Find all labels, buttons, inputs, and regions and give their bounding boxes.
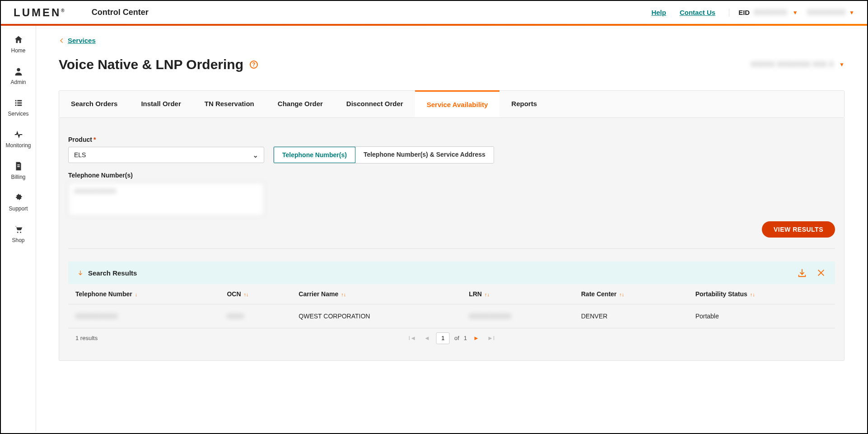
page-prev-button[interactable]: ◄ (422, 335, 432, 341)
results-section: Search Results Telephone Number↓ OCN↑↓ C… (68, 261, 835, 348)
eid-dropdown[interactable]: EID XXXXXXX ▼ (729, 9, 798, 17)
tab-search-orders[interactable]: Search Orders (59, 91, 129, 117)
main-content: Services Voice Native & LNP Ordering ? X… (36, 26, 867, 431)
nav-home[interactable]: Home (1, 32, 36, 56)
download-icon[interactable] (797, 268, 807, 278)
col-telephone-number[interactable]: Telephone Number↓ (68, 284, 219, 304)
tab-bar: Search Orders Install Order TN Reservati… (59, 90, 845, 118)
pulse-icon (14, 130, 23, 140)
product-label: Product* (68, 136, 264, 143)
svg-point-0 (17, 68, 20, 71)
chevron-down-icon: ⌄ (252, 151, 258, 159)
help-link[interactable]: Help (651, 9, 666, 16)
nav-admin[interactable]: Admin (1, 64, 36, 88)
tn-textarea[interactable] (68, 182, 264, 216)
tab-disconnect-order[interactable]: Disconnect Order (335, 91, 415, 117)
page-input[interactable] (436, 332, 450, 344)
breadcrumb: Services (59, 37, 845, 44)
page-title: Voice Native & LNP Ordering ? (59, 57, 258, 72)
nav-shop[interactable]: Shop (1, 222, 36, 246)
results-header: Search Results (68, 261, 835, 284)
sort-icon: ↓ (135, 292, 138, 297)
nav-billing[interactable]: Billing (1, 159, 36, 183)
top-header: LUMEN® Control Center Help Contact Us EI… (1, 1, 867, 26)
tab-install-order[interactable]: Install Order (129, 91, 192, 117)
col-lrn[interactable]: LRN↑↓ (462, 284, 574, 304)
close-icon[interactable] (816, 268, 826, 278)
search-form-panel: Product* ELS ⌄ Telephone Number(s) Telep… (59, 118, 845, 361)
document-icon (14, 161, 23, 171)
svg-point-11 (20, 232, 21, 233)
contact-link[interactable]: Contact Us (680, 9, 715, 16)
results-count: 1 results (75, 335, 98, 341)
nav-monitoring[interactable]: Monitoring (1, 127, 36, 151)
user-icon (14, 66, 23, 76)
svg-rect-6 (17, 105, 22, 106)
segment-tn[interactable]: Telephone Number(s) (273, 146, 356, 163)
gear-icon (14, 193, 23, 203)
results-table: Telephone Number↓ OCN↑↓ Carrier Name↑↓ L… (68, 284, 835, 328)
svg-rect-4 (17, 103, 22, 104)
chevron-down-icon: ▼ (849, 9, 854, 16)
svg-rect-3 (15, 103, 16, 104)
search-mode-toggle: Telephone Number(s) Telephone Number(s) … (273, 146, 494, 163)
col-ocn[interactable]: OCN↑↓ (219, 284, 291, 304)
chevron-left-icon (59, 37, 65, 44)
sidebar: Home Admin Services Monitoring Billing S… (1, 26, 36, 431)
nav-services[interactable]: Services (1, 95, 36, 120)
pagination: 1 results I◄ ◄ of 1 ► ►I (68, 328, 835, 348)
home-icon (14, 35, 23, 45)
chevron-down-icon: ▼ (839, 61, 845, 68)
account-selector[interactable]: XXXXX XXXXXXX XXX X ▼ (751, 61, 845, 69)
sort-icon: ↑↓ (244, 292, 249, 297)
svg-rect-2 (17, 100, 22, 102)
tab-tn-reservation[interactable]: TN Reservation (193, 91, 266, 117)
chevron-down-icon: ▼ (793, 9, 798, 16)
col-carrier-name[interactable]: Carrier Name↑↓ (291, 284, 462, 304)
nav-support[interactable]: Support (1, 190, 36, 215)
help-icon[interactable]: ? (250, 61, 258, 69)
svg-rect-8 (17, 166, 20, 167)
svg-rect-5 (15, 105, 16, 106)
svg-rect-7 (17, 164, 20, 165)
svg-rect-1 (15, 100, 16, 102)
sort-icon: ↑↓ (341, 292, 346, 297)
table-row: XXXXXXXXXX XXXX QWEST CORPORATION XXXXXX… (68, 304, 835, 328)
sort-icon: ↑↓ (619, 292, 624, 297)
page-next-button[interactable]: ► (471, 335, 481, 341)
list-icon (14, 98, 23, 108)
svg-point-10 (17, 232, 18, 233)
tab-service-availability[interactable]: Service Availability (415, 90, 500, 117)
segment-tn-address[interactable]: Telephone Number(s) & Service Address (355, 147, 494, 163)
col-rate-center[interactable]: Rate Center↑↓ (574, 284, 688, 304)
page-last-button[interactable]: ►I (485, 335, 496, 341)
logo: LUMEN® (14, 6, 65, 19)
tab-reports[interactable]: Reports (499, 91, 549, 117)
breadcrumb-parent[interactable]: Services (68, 37, 96, 44)
product-select[interactable]: ELS ⌄ (68, 147, 264, 163)
sort-icon: ↑↓ (485, 292, 490, 297)
cart-icon (14, 224, 23, 234)
arrow-down-icon (77, 270, 84, 276)
page-first-button[interactable]: I◄ (407, 335, 418, 341)
user-dropdown[interactable]: XXXXXXXX ▼ (807, 9, 854, 17)
view-results-button[interactable]: VIEW RESULTS (762, 221, 835, 238)
sort-icon: ↑↓ (750, 292, 755, 297)
app-subtitle: Control Center (92, 8, 149, 17)
tn-label: Telephone Number(s) (68, 172, 835, 179)
col-portability[interactable]: Portability Status↑↓ (688, 284, 835, 304)
tab-change-order[interactable]: Change Order (266, 91, 335, 117)
